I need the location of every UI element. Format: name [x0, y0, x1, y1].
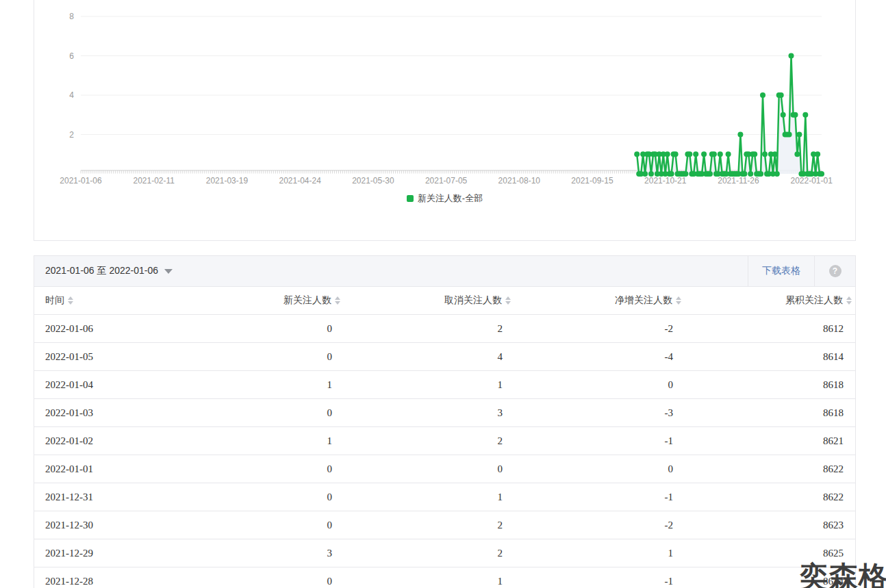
cell-value: 0 — [173, 399, 344, 427]
svg-text:2021-02-11: 2021-02-11 — [133, 176, 175, 186]
cell-value: 0 — [514, 371, 685, 399]
sort-icon[interactable] — [335, 296, 340, 305]
cell-value: 8623 — [685, 511, 855, 539]
cell-value: 8618 — [685, 399, 855, 427]
svg-text:2021-10-21: 2021-10-21 — [644, 176, 687, 186]
svg-text:2: 2 — [69, 130, 74, 140]
sort-icon[interactable] — [676, 296, 681, 305]
watermark: 奕森格 — [800, 563, 886, 588]
svg-text:6: 6 — [69, 51, 74, 61]
cell-date: 2022-01-01 — [34, 455, 173, 483]
cell-value: 3 — [173, 539, 344, 567]
svg-text:2021-03-19: 2021-03-19 — [206, 176, 249, 186]
cell-value: -1 — [514, 427, 685, 455]
svg-text:4: 4 — [69, 90, 74, 100]
table-row: 2022-01-0602-28612 — [34, 315, 855, 343]
sort-icon[interactable] — [505, 296, 511, 305]
cell-date: 2021-12-30 — [34, 511, 173, 539]
cell-date: 2022-01-03 — [34, 399, 173, 427]
column-header-1[interactable]: 时间 — [34, 287, 173, 315]
column-label: 时间 — [45, 294, 64, 305]
svg-text:2021-11-26: 2021-11-26 — [718, 176, 759, 186]
cell-value: 0 — [173, 343, 344, 371]
cell-value: 0 — [173, 511, 344, 539]
chevron-down-icon — [164, 269, 173, 274]
table-toolbar: 2021-01-06 至 2022-01-06 下载表格 ? — [34, 256, 855, 287]
new-followers-line-chart[interactable]: 24682021-01-062021-02-112021-03-192021-0… — [34, 0, 855, 212]
cell-date: 2021-12-29 — [34, 539, 173, 567]
svg-text:2022-01-01: 2022-01-01 — [790, 176, 833, 186]
legend-swatch-icon — [407, 195, 414, 202]
cell-value: 0 — [514, 455, 685, 483]
date-range-selector[interactable]: 2021-01-06 至 2022-01-06 — [34, 265, 173, 277]
cell-value: 1 — [344, 567, 514, 588]
cell-value: 8622 — [685, 483, 855, 511]
cell-value: 0 — [173, 567, 344, 588]
table-row: 2022-01-010008622 — [34, 455, 855, 483]
chart-legend-item[interactable]: 新关注人数-全部 — [34, 192, 855, 205]
cell-value: 8622 — [685, 455, 855, 483]
cell-value: 0 — [173, 455, 344, 483]
cell-date: 2022-01-05 — [34, 343, 173, 371]
cell-date: 2021-12-28 — [34, 567, 173, 588]
cell-value: -4 — [514, 343, 685, 371]
table-header-row: 时间新关注人数取消关注人数净增关注人数累积关注人数 — [34, 287, 855, 315]
question-mark-icon: ? — [829, 265, 841, 277]
cell-value: 1 — [173, 371, 344, 399]
cell-value: 3 — [344, 399, 514, 427]
cell-value: 1 — [344, 483, 514, 511]
cell-value: 1 — [514, 539, 685, 567]
cell-value: 2 — [344, 315, 514, 343]
column-header-3[interactable]: 取消关注人数 — [344, 287, 514, 315]
table-row: 2021-12-3101-18622 — [34, 483, 855, 511]
cell-value: 8618 — [685, 371, 855, 399]
table-row: 2022-01-0504-48614 — [34, 343, 855, 371]
table-row: 2021-12-3002-28623 — [34, 511, 855, 539]
svg-text:2021-05-30: 2021-05-30 — [352, 176, 394, 186]
cell-value: 2 — [344, 427, 514, 455]
svg-text:2021-07-05: 2021-07-05 — [425, 176, 468, 186]
followers-table: 时间新关注人数取消关注人数净增关注人数累积关注人数 2022-01-0602-2… — [34, 287, 855, 588]
toolbar-actions: 下载表格 ? — [748, 256, 855, 286]
svg-text:2021-09-15: 2021-09-15 — [571, 176, 613, 186]
legend-label: 新关注人数-全部 — [418, 193, 483, 203]
svg-text:8: 8 — [69, 12, 74, 21]
column-label: 净增关注人数 — [615, 294, 672, 305]
table-row: 2022-01-041108618 — [34, 371, 855, 399]
download-table-button[interactable]: 下载表格 — [748, 256, 815, 286]
cell-value: -2 — [514, 315, 685, 343]
cell-value: -1 — [514, 483, 685, 511]
table-row: 2021-12-2801-18624 — [34, 567, 855, 588]
column-label: 新关注人数 — [283, 294, 331, 305]
svg-text:2021-08-10: 2021-08-10 — [498, 176, 541, 186]
cell-value: 0 — [173, 315, 344, 343]
cell-value: 8614 — [685, 343, 855, 371]
date-range-label: 2021-01-06 至 2022-01-06 — [45, 265, 158, 277]
cell-value: 2 — [344, 539, 514, 567]
cell-value: -2 — [514, 511, 685, 539]
svg-text:2021-01-06: 2021-01-06 — [60, 176, 102, 186]
followers-stats-page: 24682021-01-062021-02-112021-03-192021-0… — [0, 0, 886, 588]
cell-value: 8621 — [685, 427, 855, 455]
cell-value: -1 — [514, 567, 685, 588]
chart-card: 24682021-01-062021-02-112021-03-192021-0… — [34, 0, 856, 241]
cell-date: 2022-01-02 — [34, 427, 173, 455]
help-button[interactable]: ? — [815, 256, 855, 286]
sort-icon[interactable] — [68, 296, 73, 305]
cell-value: 1 — [344, 371, 514, 399]
table-row: 2022-01-0212-18621 — [34, 427, 855, 455]
cell-value: 0 — [344, 455, 514, 483]
svg-text:2021-04-24: 2021-04-24 — [279, 176, 321, 186]
column-header-2[interactable]: 新关注人数 — [173, 287, 344, 315]
table-row: 2021-12-293218625 — [34, 539, 855, 567]
sort-icon[interactable] — [846, 296, 852, 305]
column-header-5[interactable]: 累积关注人数 — [685, 287, 855, 315]
cell-value: 2 — [344, 511, 514, 539]
column-label: 取消关注人数 — [444, 294, 502, 305]
cell-date: 2022-01-06 — [34, 315, 173, 343]
cell-value: -3 — [514, 399, 685, 427]
column-header-4[interactable]: 净增关注人数 — [514, 287, 685, 315]
cell-value: 4 — [344, 343, 514, 371]
cell-value: 1 — [173, 427, 344, 455]
table-card: 2021-01-06 至 2022-01-06 下载表格 ? 时间新关注人数取消… — [34, 255, 856, 588]
